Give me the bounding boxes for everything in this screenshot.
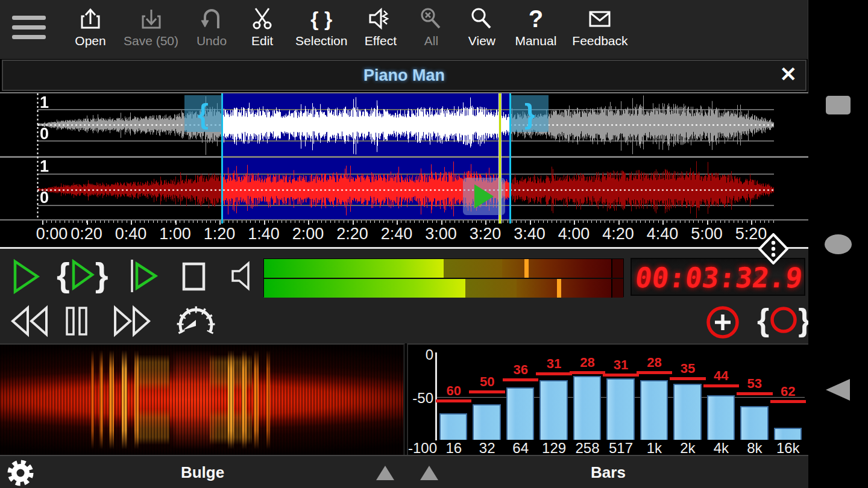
manual-label: Manual bbox=[515, 34, 556, 48]
peak-value-label: 62 bbox=[772, 384, 805, 399]
frequency-label: 129 bbox=[537, 440, 570, 457]
peak-value-label: 44 bbox=[705, 368, 738, 384]
loop-brace-close: } bbox=[95, 256, 108, 293]
left-panel-title: Bulge bbox=[0, 463, 405, 482]
bar bbox=[573, 376, 601, 440]
bulge-visualizer bbox=[0, 343, 405, 455]
bar bbox=[774, 428, 802, 440]
envelope-icon bbox=[586, 5, 614, 33]
recents-button[interactable] bbox=[826, 96, 851, 114]
zoom-all-icon bbox=[418, 5, 444, 33]
menu-hamburger-icon[interactable] bbox=[0, 0, 65, 45]
time-label: 1:00 bbox=[150, 225, 201, 243]
save-label: Save (50) bbox=[124, 34, 178, 48]
floating-play-button[interactable] bbox=[463, 178, 505, 215]
magnifier-icon bbox=[469, 5, 494, 33]
scissors-icon bbox=[250, 5, 275, 33]
view-label: View bbox=[468, 34, 495, 48]
frequency-label: 8k bbox=[738, 440, 771, 457]
frequency-label: 4k bbox=[705, 440, 738, 457]
play-button[interactable] bbox=[11, 258, 41, 297]
volume-button[interactable] bbox=[229, 260, 257, 295]
waveform-editor[interactable]: 1 0 1 0 { } 0:000:200:401:001:201:402:00… bbox=[0, 92, 808, 247]
loop-brace-open: { bbox=[57, 256, 70, 293]
time-label: 3:20 bbox=[460, 225, 511, 243]
peak-line bbox=[503, 378, 538, 381]
peak-hold-left bbox=[524, 259, 529, 278]
panel-up-arrow-left[interactable] bbox=[376, 466, 394, 480]
bar bbox=[740, 406, 768, 440]
pause-button[interactable] bbox=[61, 305, 93, 340]
time-label: 1:20 bbox=[194, 225, 245, 243]
loop-play-button[interactable]: { } bbox=[57, 256, 108, 293]
fast-forward-button[interactable] bbox=[111, 305, 153, 340]
record-button[interactable] bbox=[705, 305, 740, 342]
peak-line bbox=[637, 371, 672, 374]
selection-label: Selection bbox=[295, 34, 347, 48]
frequency-label: 32 bbox=[470, 440, 503, 457]
save-button[interactable]: Save (50) bbox=[116, 0, 186, 48]
open-label: Open bbox=[75, 34, 105, 48]
ch2-amp-1-label: 1 bbox=[40, 157, 49, 176]
feedback-button[interactable]: Feedback bbox=[564, 0, 635, 48]
peak-line bbox=[570, 371, 605, 374]
selection-start-brace: { bbox=[198, 98, 209, 130]
clock-digits: 00:03:32.9 bbox=[634, 261, 805, 294]
frequency-label: 16 bbox=[437, 440, 470, 457]
feedback-label: Feedback bbox=[572, 34, 627, 48]
record-circle-icon bbox=[769, 305, 798, 334]
document-titlebar: Piano Man ✕ bbox=[2, 60, 807, 91]
zoom-all-button[interactable]: All bbox=[406, 0, 456, 48]
view-button[interactable]: View bbox=[456, 0, 507, 48]
effect-button[interactable]: Effect bbox=[355, 0, 406, 48]
open-button[interactable]: Open bbox=[65, 0, 116, 48]
back-button[interactable] bbox=[826, 379, 850, 401]
selection-start-handle[interactable]: { bbox=[184, 95, 222, 132]
frequency-label: 64 bbox=[504, 440, 537, 457]
time-label: 4:00 bbox=[549, 225, 599, 243]
selection-end-handle[interactable]: } bbox=[511, 95, 549, 132]
bar bbox=[640, 380, 668, 440]
frequency-label: 517 bbox=[604, 440, 637, 457]
record-selection-button[interactable]: { } bbox=[757, 302, 811, 338]
home-button[interactable] bbox=[825, 234, 852, 254]
edit-button[interactable]: Edit bbox=[237, 0, 288, 48]
frequency-label: 1k bbox=[638, 440, 671, 457]
ch1-amp-1-label: 1 bbox=[40, 93, 49, 112]
peak-line bbox=[436, 399, 471, 402]
bar bbox=[506, 387, 534, 440]
rec-brace-open: { bbox=[757, 302, 769, 338]
y-tick-100: -100 bbox=[408, 440, 435, 457]
stop-button[interactable] bbox=[178, 261, 209, 295]
close-icon[interactable]: ✕ bbox=[780, 62, 797, 86]
edit-label: Edit bbox=[251, 34, 273, 48]
panel-resize-handle[interactable] bbox=[758, 233, 788, 264]
waveform-canvas[interactable] bbox=[0, 93, 808, 225]
manual-button[interactable]: ? Manual bbox=[507, 0, 564, 48]
peak-line bbox=[770, 400, 806, 403]
time-label: 2:00 bbox=[283, 225, 333, 243]
speaker-icon bbox=[229, 260, 257, 292]
rewind-button[interactable] bbox=[8, 305, 51, 340]
effect-speaker-icon bbox=[367, 5, 394, 33]
bar bbox=[606, 378, 634, 440]
ch1-amp-0-label: 0 bbox=[40, 125, 49, 143]
selection-button[interactable]: { } Selection bbox=[288, 0, 355, 48]
peak-value-label: 53 bbox=[738, 376, 771, 392]
peak-value-label: 35 bbox=[671, 361, 704, 377]
android-navbar bbox=[808, 0, 868, 488]
speedometer-icon bbox=[175, 306, 217, 337]
ch2-amp-0-label: 0 bbox=[40, 189, 49, 207]
bar bbox=[439, 413, 467, 440]
play-from-cursor-button[interactable] bbox=[128, 258, 159, 296]
panel-switcher-bar: Bulge Bars bbox=[0, 455, 808, 488]
meter-right-channel bbox=[264, 279, 623, 298]
bar bbox=[539, 380, 567, 440]
time-label: 0:20 bbox=[61, 225, 112, 243]
undo-button[interactable]: Undo bbox=[186, 0, 237, 48]
right-panel-title: Bars bbox=[409, 463, 808, 482]
playback-speed-button[interactable] bbox=[175, 306, 217, 340]
peak-value-label: 28 bbox=[571, 355, 604, 371]
peak-line bbox=[603, 374, 638, 377]
level-meter bbox=[263, 258, 624, 297]
